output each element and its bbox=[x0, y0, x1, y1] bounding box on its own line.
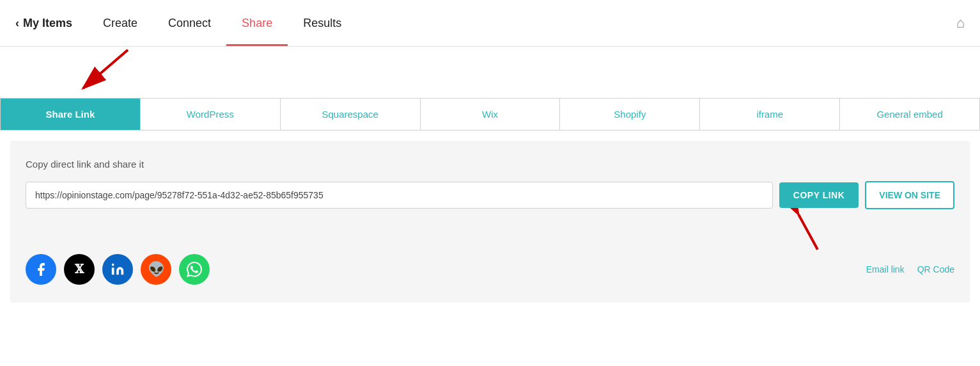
whatsapp-share-button[interactable] bbox=[179, 254, 210, 285]
link-row: COPY LINK VIEW ON SITE bbox=[26, 181, 954, 209]
svg-line-1 bbox=[83, 50, 128, 88]
red-arrow-1 bbox=[64, 47, 141, 98]
section-label: Copy direct link and share it bbox=[26, 159, 954, 170]
cursor-icon: ⌂ bbox=[956, 15, 965, 31]
arrow-area-1 bbox=[0, 47, 980, 98]
reddit-icon: 👽 bbox=[148, 261, 165, 278]
chevron-left-icon: ‹ bbox=[15, 17, 19, 30]
copy-link-button[interactable]: COPY LINK bbox=[779, 182, 859, 208]
tab-iframe[interactable]: iframe bbox=[700, 99, 840, 130]
tab-wordpress[interactable]: WordPress bbox=[141, 99, 281, 130]
x-icon: 𝕏 bbox=[75, 262, 84, 276]
tab-squarespace[interactable]: Squarespace bbox=[281, 99, 421, 130]
link-url-input[interactable] bbox=[26, 182, 773, 209]
copy-btn-wrapper: COPY LINK bbox=[779, 182, 859, 208]
whatsapp-icon bbox=[187, 262, 202, 277]
linkedin-icon bbox=[111, 262, 125, 276]
svg-point-4 bbox=[112, 264, 114, 266]
nav-create[interactable]: Create bbox=[88, 0, 153, 46]
tab-share-link[interactable]: Share Link bbox=[1, 99, 141, 130]
nav-results[interactable]: Results bbox=[288, 0, 357, 46]
nav-share[interactable]: Share bbox=[226, 0, 288, 46]
back-button[interactable]: ‹ My Items bbox=[15, 17, 72, 30]
header-right: ⌂ bbox=[956, 15, 965, 31]
header: ‹ My Items Create Connect Share Results … bbox=[0, 0, 980, 47]
email-link-button[interactable]: Email link bbox=[866, 264, 905, 274]
facebook-share-button[interactable] bbox=[26, 254, 56, 285]
facebook-icon bbox=[33, 262, 49, 277]
tab-shopify[interactable]: Shopify bbox=[560, 99, 700, 130]
qr-code-button[interactable]: QR Code bbox=[917, 264, 954, 274]
social-icons-row: 𝕏 👽 Email link QR Code bbox=[26, 254, 954, 285]
tab-general-embed[interactable]: General embed bbox=[840, 99, 979, 130]
main-nav: Create Connect Share Results bbox=[88, 0, 357, 46]
svg-line-3 bbox=[798, 214, 818, 250]
x-share-button[interactable]: 𝕏 bbox=[64, 254, 95, 285]
extra-links: Email link QR Code bbox=[866, 264, 954, 274]
tab-wix[interactable]: Wix bbox=[421, 99, 561, 130]
tabs-row: Share Link WordPress Squarespace Wix Sho… bbox=[0, 98, 980, 131]
share-link-panel: Copy direct link and share it COPY LINK … bbox=[10, 141, 970, 303]
view-on-site-button[interactable]: VIEW ON SITE bbox=[865, 181, 954, 209]
linkedin-share-button[interactable] bbox=[102, 254, 133, 285]
back-label: My Items bbox=[23, 17, 72, 30]
red-arrow-2 bbox=[786, 208, 837, 253]
reddit-share-button[interactable]: 👽 bbox=[141, 254, 171, 285]
nav-connect[interactable]: Connect bbox=[153, 0, 226, 46]
